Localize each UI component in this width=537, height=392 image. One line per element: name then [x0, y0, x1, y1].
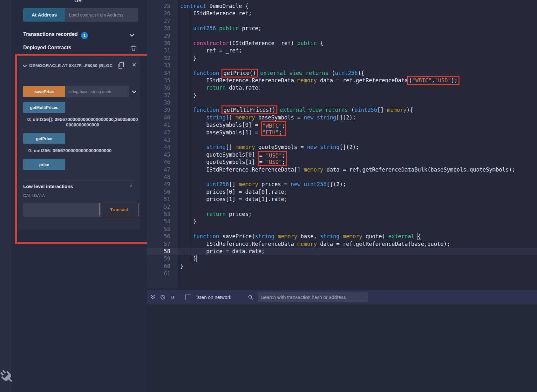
code-line-33: 33	[147, 62, 537, 69]
terminal-search-input[interactable]	[258, 292, 368, 302]
price-function-button[interactable]: price	[23, 159, 65, 170]
line-number: 51	[147, 196, 178, 203]
line-number: 34	[147, 70, 178, 77]
line-number: 42	[147, 129, 178, 136]
red-annotation-box: getPrice()	[221, 69, 258, 78]
transactions-recorded-label: Transactions recorded	[23, 31, 78, 37]
saveprice-function-button[interactable]: savePrice	[23, 86, 65, 97]
collapse-chevron-icon[interactable]	[22, 64, 27, 69]
code-line-42: 42 baseSymbols[1] = "ETH";	[147, 129, 537, 136]
line-number: 57	[147, 240, 178, 248]
line-number: 54	[147, 218, 178, 225]
code-editor[interactable]: 25contract DemoOracle {26 IStdReference …	[147, 0, 537, 288]
line-number: 37	[147, 92, 178, 99]
line-number: 60	[147, 263, 178, 270]
calldata-label: CALLDATA	[23, 193, 45, 198]
red-annotation-box: = "USD";	[258, 159, 287, 166]
or-separator-label: OR	[11, 0, 145, 3]
code-line-47: 47 IStdReference.ReferenceData[] memory …	[147, 166, 537, 173]
code-line-36: 36 return data.rate;	[147, 84, 537, 91]
trash-icon[interactable]	[131, 45, 136, 51]
code-line-38: 38	[147, 99, 537, 106]
icon-strip	[0, 0, 12, 392]
code-line-28: 28 uint256 public price;	[147, 25, 537, 32]
info-icon[interactable]: i	[130, 183, 132, 189]
getmultiprices-function-button[interactable]: getMultiPrices	[23, 102, 65, 113]
line-number: 31	[147, 47, 178, 54]
code-line-50: 50 prices[0] = data[0].rate;	[147, 188, 537, 196]
line-number: 46	[147, 159, 178, 166]
line-number: 28	[147, 25, 178, 32]
terminal-panel: view on etherscan✓[block:438228 txIndex:…	[147, 288, 537, 392]
code-line-59: 59 }	[147, 255, 537, 262]
code-line-44: 44 string[] memory quoteSymbols = new st…	[147, 144, 537, 151]
clear-console-icon[interactable]	[160, 294, 166, 300]
code-line-25: 25contract DemoOracle {	[147, 3, 537, 10]
editor-lines: 25contract DemoOracle {26 IStdReference …	[147, 3, 537, 277]
line-number: 58	[147, 248, 178, 255]
line-number: 33	[147, 62, 178, 69]
calldata-input[interactable]	[23, 203, 101, 217]
line-number: 43	[147, 136, 178, 144]
transact-button[interactable]: Transact	[99, 203, 139, 216]
line-number: 45	[147, 151, 178, 159]
line-number: 47	[147, 166, 178, 173]
line-number: 36	[147, 84, 178, 91]
code-line-39: 39 function getMultiPrices() external vi…	[147, 106, 537, 114]
red-annotation-box: "WBTC";	[261, 121, 286, 129]
saveprice-args-input[interactable]	[65, 86, 129, 97]
code-line-37: 37 }	[147, 92, 537, 99]
line-number: 49	[147, 181, 178, 188]
red-annotation-box: ("WBTC","USD");	[407, 76, 459, 85]
line-number: 39	[147, 106, 178, 114]
code-line-40: 40 string[] memory baseSymbols = new str…	[147, 114, 537, 121]
line-number: 53	[147, 211, 178, 218]
code-line-48: 48	[147, 173, 537, 181]
line-number: 48	[147, 173, 178, 181]
code-line-57: 57 IStdReference.ReferenceData memory da…	[147, 240, 537, 248]
code-line-34: 34 function getPrice() external view ret…	[147, 70, 537, 77]
line-number: 27	[147, 17, 178, 25]
getmultiprices-output-value: 0: uint256[]: 39567000000000000000000,26…	[26, 117, 139, 128]
line-number: 30	[147, 40, 178, 47]
search-icon	[248, 294, 253, 300]
red-annotation-box: = "USD";	[258, 151, 287, 159]
code-line-27: 27	[147, 17, 537, 25]
code-line-52: 52	[147, 203, 537, 211]
line-number: 44	[147, 144, 178, 151]
getprice-output-value: 0: uint256: 39567000000000000000000	[26, 148, 139, 153]
expand-args-chevron-icon[interactable]	[131, 89, 137, 95]
copy-address-icon[interactable]	[118, 62, 125, 69]
code-line-41: 41 baseSymbols[0] = "WBTC";	[147, 121, 537, 129]
code-line-51: 51 prices[1] = data[1].rate;	[147, 196, 537, 203]
line-number: 40	[147, 114, 178, 121]
line-number: 55	[147, 226, 178, 233]
code-line-55: 55	[147, 226, 537, 233]
code-line-58: 58 price = data.rate;	[147, 248, 537, 255]
line-number: 29	[147, 32, 178, 40]
line-number: 52	[147, 203, 178, 211]
code-line-54: 54 }	[147, 218, 537, 225]
getprice-function-button[interactable]: getPrice	[23, 133, 65, 144]
code-line-56: 56 function savePrice(string memory base…	[147, 233, 537, 240]
code-line-60: 60}	[147, 263, 537, 270]
code-line-49: 49 uint256[] memory prices = new uint256…	[147, 181, 537, 188]
close-icon[interactable]: ✕	[131, 62, 137, 69]
load-contract-address-input[interactable]	[65, 8, 138, 22]
code-line-31: 31 ref = _ref;	[147, 47, 537, 54]
line-number: 32	[147, 55, 178, 62]
line-number: 41	[147, 121, 178, 129]
transactions-count-badge: 1	[81, 32, 88, 39]
expand-terminal-icon[interactable]	[150, 294, 156, 300]
divider	[23, 180, 134, 180]
at-address-button[interactable]: At Address	[23, 8, 65, 22]
chevron-down-icon[interactable]	[129, 32, 135, 38]
pending-tx-count: 0	[171, 294, 174, 300]
line-number: 25	[147, 3, 178, 10]
listen-on-network-label: listen on network	[195, 294, 231, 300]
line-number: 35	[147, 77, 178, 84]
listen-on-network-checkbox[interactable]	[185, 294, 191, 300]
line-number: 50	[147, 188, 178, 196]
plugin-plug-icon[interactable]	[0, 364, 20, 389]
code-line-61: 61	[147, 270, 537, 277]
